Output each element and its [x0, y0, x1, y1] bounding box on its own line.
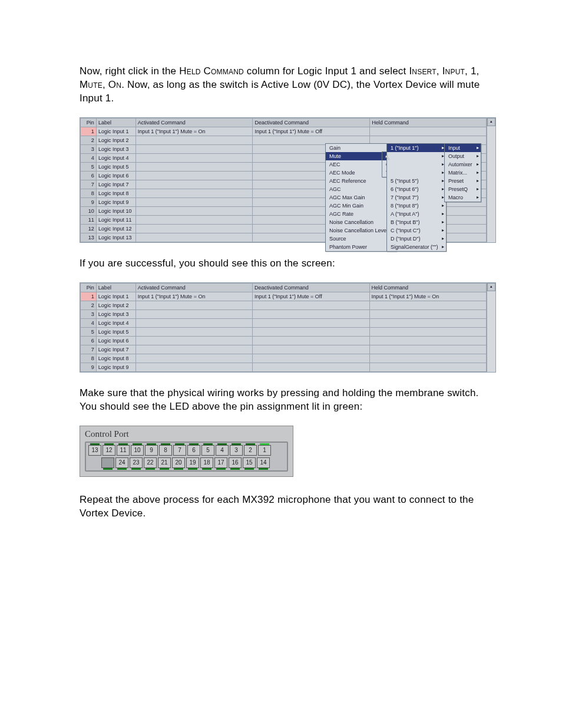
- context-menu: 1 ("Input 1")5 ("Input 5")6 ("Input 6")7…: [386, 143, 447, 252]
- scrollbar[interactable]: ▴: [487, 283, 495, 372]
- table-row[interactable]: 7Logic Input 7: [81, 345, 487, 354]
- label-cell: Logic Input 1: [96, 292, 135, 301]
- deactivated-cmd-cell[interactable]: Input 1 ("Input 1") Mute = Off: [253, 292, 369, 301]
- menu-item[interactable]: Output: [445, 152, 481, 160]
- menu-item[interactable]: Automixer: [445, 160, 481, 169]
- deactivated-cmd-cell[interactable]: [253, 301, 369, 309]
- menu-item[interactable]: Source: [326, 235, 396, 243]
- pin-15: 15: [243, 457, 256, 468]
- menu-item[interactable]: AEC Reference: [326, 177, 396, 185]
- menu-item[interactable]: Noise Cancellation Level: [326, 226, 396, 235]
- held-cmd-cell[interactable]: [369, 354, 486, 363]
- activated-cmd-cell[interactable]: [135, 189, 253, 197]
- control-port-row-bottom: 2423222120191817161514: [88, 457, 285, 468]
- menu-item[interactable]: 6 ("Input 6"): [387, 185, 446, 193]
- activated-cmd-cell[interactable]: [135, 136, 253, 144]
- activated-cmd-cell[interactable]: [135, 233, 253, 242]
- pin-19: 19: [186, 457, 199, 468]
- deactivated-cmd-cell[interactable]: Input 1 ("Input 1") Mute = Off: [253, 127, 370, 136]
- label-cell: Logic Input 4: [96, 153, 135, 162]
- menu-item[interactable]: Gain: [326, 144, 396, 152]
- activated-cmd-cell[interactable]: [135, 336, 252, 345]
- menu-item[interactable]: D ("Input D"): [387, 235, 446, 243]
- pin-cell: 4: [81, 318, 97, 327]
- deactivated-cmd-cell[interactable]: [253, 363, 369, 371]
- menu-item[interactable]: [387, 160, 446, 169]
- menu-item[interactable]: PresetQ: [445, 185, 481, 193]
- held-cmd-cell[interactable]: [370, 127, 487, 136]
- table-row[interactable]: 1Logic Input 1Input 1 ("Input 1") Mute =…: [81, 127, 487, 136]
- menu-item[interactable]: 7 ("Input 7"): [387, 193, 446, 202]
- menu-item[interactable]: AGC Rate: [326, 210, 396, 218]
- menu-item[interactable]: Matrix...: [445, 169, 481, 177]
- menu-item[interactable]: C ("Input C"): [387, 226, 446, 235]
- table-row[interactable]: 2Logic Input 2: [81, 301, 487, 309]
- menu-item[interactable]: Input: [445, 144, 481, 152]
- pin-cell: 1: [81, 127, 97, 136]
- table-row[interactable]: 9Logic Input 9: [81, 363, 487, 371]
- deactivated-cmd-cell[interactable]: [253, 327, 369, 336]
- activated-cmd-cell[interactable]: [135, 363, 252, 371]
- menu-item[interactable]: B ("Input B"): [387, 218, 446, 226]
- menu-item[interactable]: 1 ("Input 1"): [387, 144, 446, 152]
- menu-item[interactable]: Phantom Power: [326, 243, 396, 251]
- activated-cmd-cell[interactable]: [135, 153, 253, 162]
- held-cmd-cell[interactable]: [369, 336, 486, 345]
- activated-cmd-cell[interactable]: [135, 197, 253, 206]
- deactivated-cmd-cell[interactable]: [253, 354, 369, 363]
- scroll-up-icon[interactable]: ▴: [487, 118, 495, 126]
- activated-cmd-cell[interactable]: [135, 162, 253, 171]
- menu-item[interactable]: 8 ("Input 8"): [387, 202, 446, 210]
- pin-8: 8: [159, 445, 172, 456]
- menu-item[interactable]: AGC Min Gain: [326, 202, 396, 210]
- table-row[interactable]: 1Logic Input 1Input 1 ("Input 1") Mute =…: [81, 292, 487, 301]
- table-row[interactable]: 8Logic Input 8: [81, 354, 487, 363]
- scrollbar[interactable]: ▴: [487, 118, 495, 242]
- held-cmd-cell[interactable]: [369, 301, 486, 309]
- activated-cmd-cell[interactable]: [135, 318, 252, 327]
- activated-cmd-cell[interactable]: [135, 180, 253, 189]
- menu-item[interactable]: AGC Max Gain: [326, 193, 396, 202]
- menu-item[interactable]: SignalGenerator (""): [387, 243, 446, 251]
- menu-item[interactable]: 5 ("Input 5"): [387, 177, 446, 185]
- menu-item[interactable]: Noise Cancellation: [326, 218, 396, 226]
- table-row[interactable]: 5Logic Input 5: [81, 327, 487, 336]
- held-cmd-cell[interactable]: [369, 309, 486, 318]
- activated-cmd-cell[interactable]: [135, 206, 253, 215]
- activated-cmd-cell[interactable]: [135, 171, 253, 180]
- activated-cmd-cell[interactable]: [135, 224, 253, 233]
- deactivated-cmd-cell[interactable]: [253, 318, 369, 327]
- pin-11: 11: [117, 445, 130, 456]
- held-cmd-cell[interactable]: Input 1 ("Input 1") Mute = On: [369, 292, 486, 301]
- label-cell: Logic Input 11: [96, 215, 135, 224]
- activated-cmd-cell[interactable]: Input 1 ("Input 1") Mute = On: [135, 292, 252, 301]
- deactivated-cmd-cell[interactable]: [253, 336, 369, 345]
- menu-item[interactable]: AGC: [326, 185, 396, 193]
- table-row[interactable]: 6Logic Input 6: [81, 336, 487, 345]
- menu-item[interactable]: A ("Input A"): [387, 210, 446, 218]
- held-cmd-cell[interactable]: [369, 363, 486, 371]
- held-cmd-cell[interactable]: [369, 327, 486, 336]
- pin-cell: 6: [81, 336, 97, 345]
- activated-cmd-cell[interactable]: Input 1 ("Input 1") Mute = On: [135, 127, 253, 136]
- held-cmd-cell[interactable]: [369, 345, 486, 354]
- activated-cmd-cell[interactable]: [135, 354, 252, 363]
- activated-cmd-cell[interactable]: [135, 215, 253, 224]
- activated-cmd-cell[interactable]: [135, 327, 252, 336]
- held-cmd-cell[interactable]: [369, 318, 486, 327]
- activated-cmd-cell[interactable]: [135, 309, 252, 318]
- activated-cmd-cell[interactable]: [135, 301, 252, 309]
- deactivated-cmd-cell[interactable]: [253, 309, 369, 318]
- pin-18: 18: [200, 457, 213, 468]
- activated-cmd-cell[interactable]: [135, 345, 252, 354]
- table-row[interactable]: 3Logic Input 3: [81, 309, 487, 318]
- menu-item[interactable]: [387, 169, 446, 177]
- menu-item[interactable]: Preset: [445, 177, 481, 185]
- menu-item[interactable]: [387, 152, 446, 160]
- deactivated-cmd-cell[interactable]: [253, 345, 369, 354]
- scroll-up-icon[interactable]: ▴: [487, 283, 495, 291]
- activated-cmd-cell[interactable]: [135, 144, 253, 153]
- menu-item[interactable]: Macro: [445, 193, 481, 202]
- col-header: Pin: [81, 283, 97, 292]
- table-row[interactable]: 4Logic Input 4: [81, 318, 487, 327]
